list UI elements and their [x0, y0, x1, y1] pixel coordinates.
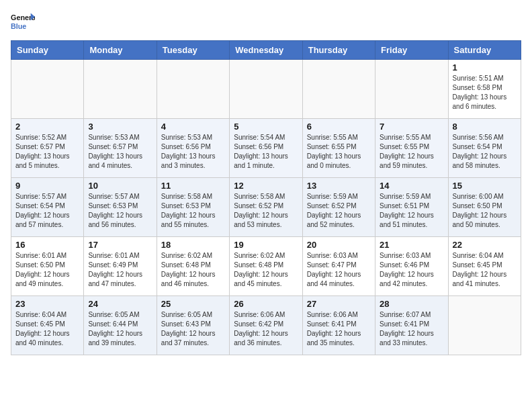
day-cell: 24Sunrise: 6:05 AM Sunset: 6:44 PM Dayli… [84, 296, 157, 355]
day-info: Sunrise: 6:00 AM Sunset: 6:50 PM Dayligh… [453, 192, 517, 230]
day-info: Sunrise: 5:58 AM Sunset: 6:53 PM Dayligh… [161, 192, 225, 230]
day-cell: 20Sunrise: 6:03 AM Sunset: 6:47 PM Dayli… [302, 237, 375, 296]
day-cell: 28Sunrise: 6:07 AM Sunset: 6:41 PM Dayli… [375, 296, 448, 355]
weekday-header-thursday: Thursday [302, 41, 375, 60]
week-row-2: 2Sunrise: 5:52 AM Sunset: 6:57 PM Daylig… [11, 119, 521, 178]
day-info: Sunrise: 6:01 AM Sunset: 6:49 PM Dayligh… [88, 251, 152, 289]
day-info: Sunrise: 6:02 AM Sunset: 6:48 PM Dayligh… [161, 251, 225, 289]
day-cell [11, 60, 84, 119]
day-info: Sunrise: 5:53 AM Sunset: 6:57 PM Dayligh… [88, 133, 152, 171]
week-row-5: 23Sunrise: 6:04 AM Sunset: 6:45 PM Dayli… [11, 296, 521, 355]
day-number: 22 [453, 240, 517, 250]
day-number: 12 [234, 181, 298, 191]
day-cell [302, 60, 375, 119]
week-row-3: 9Sunrise: 5:57 AM Sunset: 6:54 PM Daylig… [11, 178, 521, 237]
day-number: 15 [453, 181, 517, 191]
day-cell: 9Sunrise: 5:57 AM Sunset: 6:54 PM Daylig… [11, 178, 84, 237]
day-info: Sunrise: 6:02 AM Sunset: 6:48 PM Dayligh… [234, 251, 298, 289]
day-info: Sunrise: 5:55 AM Sunset: 6:55 PM Dayligh… [307, 133, 371, 171]
weekday-header-wednesday: Wednesday [230, 41, 302, 60]
day-cell: 27Sunrise: 6:06 AM Sunset: 6:41 PM Dayli… [302, 296, 375, 355]
day-cell: 5Sunrise: 5:54 AM Sunset: 6:56 PM Daylig… [230, 119, 302, 178]
day-info: Sunrise: 5:52 AM Sunset: 6:57 PM Dayligh… [15, 133, 79, 171]
day-number: 8 [453, 122, 517, 132]
day-cell: 11Sunrise: 5:58 AM Sunset: 6:53 PM Dayli… [157, 178, 229, 237]
day-cell: 7Sunrise: 5:55 AM Sunset: 6:55 PM Daylig… [375, 119, 448, 178]
day-cell: 21Sunrise: 6:03 AM Sunset: 6:46 PM Dayli… [375, 237, 448, 296]
day-info: Sunrise: 6:07 AM Sunset: 6:41 PM Dayligh… [380, 310, 443, 348]
day-number: 27 [307, 299, 371, 309]
day-info: Sunrise: 5:58 AM Sunset: 6:52 PM Dayligh… [234, 192, 298, 230]
day-number: 21 [380, 240, 443, 250]
day-number: 25 [161, 299, 225, 309]
day-number: 1 [453, 62, 517, 73]
week-row-1: 1Sunrise: 5:51 AM Sunset: 6:58 PM Daylig… [11, 60, 521, 119]
day-cell [375, 60, 448, 119]
day-info: Sunrise: 6:04 AM Sunset: 6:45 PM Dayligh… [15, 310, 79, 348]
day-cell: 1Sunrise: 5:51 AM Sunset: 6:58 PM Daylig… [448, 60, 521, 119]
day-number: 14 [380, 181, 443, 191]
weekday-header-tuesday: Tuesday [157, 41, 229, 60]
day-info: Sunrise: 5:59 AM Sunset: 6:52 PM Dayligh… [307, 192, 371, 230]
day-info: Sunrise: 6:03 AM Sunset: 6:47 PM Dayligh… [307, 251, 371, 289]
day-number: 3 [88, 122, 152, 132]
day-number: 6 [307, 122, 371, 132]
weekday-header-friday: Friday [375, 41, 448, 60]
weekday-header-row: SundayMondayTuesdayWednesdayThursdayFrid… [11, 41, 521, 60]
day-cell [157, 60, 229, 119]
day-number: 13 [307, 181, 371, 191]
weekday-header-sunday: Sunday [11, 41, 84, 60]
day-cell: 18Sunrise: 6:02 AM Sunset: 6:48 PM Dayli… [157, 237, 229, 296]
day-cell: 14Sunrise: 5:59 AM Sunset: 6:51 PM Dayli… [375, 178, 448, 237]
day-info: Sunrise: 5:59 AM Sunset: 6:51 PM Dayligh… [380, 192, 443, 230]
day-cell: 6Sunrise: 5:55 AM Sunset: 6:55 PM Daylig… [302, 119, 375, 178]
day-cell: 4Sunrise: 5:53 AM Sunset: 6:56 PM Daylig… [157, 119, 229, 178]
day-number: 5 [234, 122, 298, 132]
day-number: 24 [88, 299, 152, 309]
day-info: Sunrise: 6:05 AM Sunset: 6:44 PM Dayligh… [88, 310, 152, 348]
day-number: 17 [88, 240, 152, 250]
day-number: 2 [15, 122, 79, 132]
page-header: GeneralBlue [11, 11, 521, 35]
day-info: Sunrise: 6:05 AM Sunset: 6:43 PM Dayligh… [161, 310, 225, 348]
day-number: 9 [15, 181, 79, 191]
day-number: 4 [161, 122, 225, 132]
day-cell: 22Sunrise: 6:04 AM Sunset: 6:45 PM Dayli… [448, 237, 521, 296]
day-number: 28 [380, 299, 443, 309]
day-number: 7 [380, 122, 443, 132]
day-info: Sunrise: 5:56 AM Sunset: 6:54 PM Dayligh… [453, 133, 517, 171]
day-number: 20 [307, 240, 371, 250]
weekday-header-saturday: Saturday [448, 41, 521, 60]
day-info: Sunrise: 5:55 AM Sunset: 6:55 PM Dayligh… [380, 133, 443, 171]
day-info: Sunrise: 6:03 AM Sunset: 6:46 PM Dayligh… [380, 251, 443, 289]
day-cell: 3Sunrise: 5:53 AM Sunset: 6:57 PM Daylig… [84, 119, 157, 178]
day-info: Sunrise: 6:06 AM Sunset: 6:42 PM Dayligh… [234, 310, 298, 348]
day-number: 10 [88, 181, 152, 191]
day-cell: 13Sunrise: 5:59 AM Sunset: 6:52 PM Dayli… [302, 178, 375, 237]
logo-icon: GeneralBlue [11, 11, 35, 35]
day-info: Sunrise: 5:57 AM Sunset: 6:53 PM Dayligh… [88, 192, 152, 230]
day-cell: 16Sunrise: 6:01 AM Sunset: 6:50 PM Dayli… [11, 237, 84, 296]
day-cell: 2Sunrise: 5:52 AM Sunset: 6:57 PM Daylig… [11, 119, 84, 178]
day-cell: 12Sunrise: 5:58 AM Sunset: 6:52 PM Dayli… [230, 178, 302, 237]
day-cell [230, 60, 302, 119]
svg-text:Blue: Blue [11, 22, 26, 30]
day-cell: 23Sunrise: 6:04 AM Sunset: 6:45 PM Dayli… [11, 296, 84, 355]
day-number: 23 [15, 299, 79, 309]
day-cell: 17Sunrise: 6:01 AM Sunset: 6:49 PM Dayli… [84, 237, 157, 296]
weekday-header-monday: Monday [84, 41, 157, 60]
day-cell [448, 296, 521, 355]
day-number: 18 [161, 240, 225, 250]
day-info: Sunrise: 6:04 AM Sunset: 6:45 PM Dayligh… [453, 251, 517, 289]
week-row-4: 16Sunrise: 6:01 AM Sunset: 6:50 PM Dayli… [11, 237, 521, 296]
day-cell: 26Sunrise: 6:06 AM Sunset: 6:42 PM Dayli… [230, 296, 302, 355]
day-cell: 10Sunrise: 5:57 AM Sunset: 6:53 PM Dayli… [84, 178, 157, 237]
day-cell: 15Sunrise: 6:00 AM Sunset: 6:50 PM Dayli… [448, 178, 521, 237]
day-info: Sunrise: 5:53 AM Sunset: 6:56 PM Dayligh… [161, 133, 225, 171]
day-number: 11 [161, 181, 225, 191]
day-cell: 8Sunrise: 5:56 AM Sunset: 6:54 PM Daylig… [448, 119, 521, 178]
calendar-table: SundayMondayTuesdayWednesdayThursdayFrid… [11, 40, 521, 355]
day-info: Sunrise: 5:54 AM Sunset: 6:56 PM Dayligh… [234, 133, 298, 171]
day-cell: 25Sunrise: 6:05 AM Sunset: 6:43 PM Dayli… [157, 296, 229, 355]
day-cell [84, 60, 157, 119]
